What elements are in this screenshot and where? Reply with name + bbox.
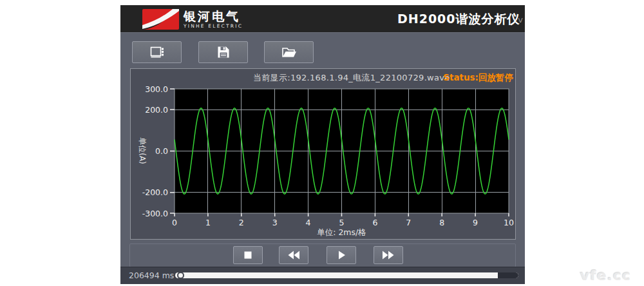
x-tick-label: 10: [504, 218, 514, 227]
rewind-icon: [286, 249, 301, 262]
y-axis-title: 单位(A): [138, 137, 147, 164]
chart-title-row: 当前显示:192.168.1.94_电流1_22100729.wave Stat…: [131, 72, 514, 84]
waveform-panel: 当前显示:192.168.1.94_电流1_22100729.wave Stat…: [130, 68, 516, 240]
y-tick-label: -300.0: [142, 209, 168, 218]
brand-name-en: YINHE ELECTRIC: [184, 23, 243, 29]
brand-name-cn: 银河电气: [184, 10, 243, 23]
open-file-button[interactable]: [264, 41, 314, 63]
status-bar: 206494 ms: [120, 267, 525, 284]
app-title-version-hint: v: [518, 15, 523, 24]
fast-forward-icon: [381, 249, 396, 262]
brand-logo-icon: [142, 9, 179, 30]
transport-controls: [129, 243, 516, 267]
playback-progress-bar[interactable]: [175, 272, 518, 278]
y-tick-label: 200.0: [145, 105, 168, 115]
toolbar: [120, 32, 525, 64]
save-button[interactable]: [198, 41, 248, 63]
stop-icon: [241, 249, 255, 262]
device-display-icon: [149, 46, 165, 59]
waveform-chart: 300.0200.00.0-200.0-300.0012345678910单位:…: [131, 69, 515, 239]
x-tick-label: 7: [406, 218, 411, 227]
progress-remaining-segment: [498, 272, 518, 278]
device-display-button[interactable]: [132, 41, 182, 63]
save-icon: [217, 46, 230, 59]
progress-thumb[interactable]: [177, 272, 184, 279]
y-tick-label: -200.0: [142, 187, 168, 197]
x-tick-label: 9: [473, 218, 478, 227]
play-icon: [335, 249, 348, 262]
x-tick-label: 0: [172, 218, 177, 227]
x-tick-label: 4: [306, 218, 311, 227]
play-button[interactable]: [327, 246, 356, 264]
x-axis-title: 单位: 2ms/格: [317, 227, 366, 237]
x-tick-label: 8: [439, 218, 444, 227]
stop-button[interactable]: [233, 246, 263, 264]
y-tick-label: 0.0: [155, 146, 168, 156]
brand-logo: 银河电气 YINHE ELECTRIC: [142, 8, 243, 30]
x-tick-label: 5: [339, 218, 345, 227]
open-folder-icon: [281, 46, 297, 59]
playback-status-label: Status:回放暂停: [443, 72, 513, 84]
x-tick-label: 6: [372, 218, 377, 227]
desktop-background: 银河电气 YINHE ELECTRIC DH2000谐波分析仪 v: [0, 0, 644, 286]
watermark: vfe.cc: [580, 267, 631, 283]
elapsed-time-label: 206494 ms: [129, 271, 174, 280]
y-tick-label: 300.0: [145, 84, 168, 94]
rewind-button[interactable]: [279, 246, 308, 264]
app-window: 银河电气 YINHE ELECTRIC DH2000谐波分析仪 v: [120, 5, 525, 284]
app-title: DH2000谐波分析仪: [397, 11, 520, 28]
fast-forward-button[interactable]: [374, 246, 403, 264]
brand-text: 银河电气 YINHE ELECTRIC: [184, 10, 243, 29]
current-display-label: 当前显示:192.168.1.94_电流1_22100729.wave: [253, 72, 450, 84]
x-tick-label: 3: [272, 218, 278, 227]
title-bar: 银河电气 YINHE ELECTRIC DH2000谐波分析仪 v: [120, 5, 525, 32]
x-tick-label: 2: [239, 218, 244, 227]
x-tick-label: 1: [205, 218, 211, 227]
